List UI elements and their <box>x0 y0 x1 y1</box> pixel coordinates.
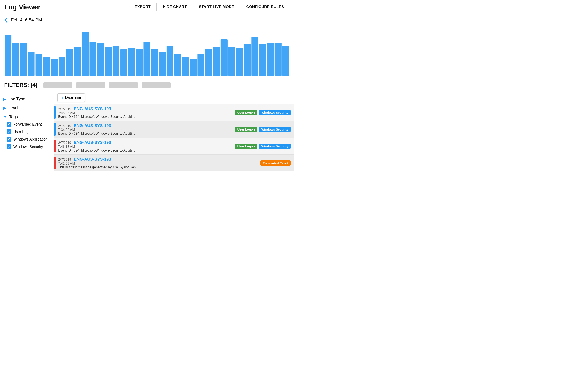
tag-badge-windows-security: Windows Security <box>259 127 291 132</box>
export-button[interactable]: EXPORT <box>129 3 157 11</box>
sidebar-tags-header[interactable]: ▼ Tags <box>3 112 54 121</box>
row-content: 2/7/2019 ENG-AUS-SYS-193 7:48:23 AM Even… <box>58 106 232 119</box>
row-indicator <box>54 157 56 169</box>
tag-badge-windows-security: Windows Security <box>259 110 291 115</box>
row-host: ENG-AUS-SYS-193 <box>74 123 111 128</box>
row-time: 7:42:09 AM <box>58 162 258 165</box>
svg-rect-19 <box>151 49 158 76</box>
svg-rect-26 <box>205 49 212 76</box>
svg-rect-1 <box>12 43 19 76</box>
configure-rules-button[interactable]: CONFIGURE RULES <box>240 3 290 11</box>
row-date: 2/7/2019 <box>58 107 71 111</box>
row-tags: Forwarded Event <box>260 160 291 166</box>
tags-arrow-icon: ▼ <box>3 115 7 119</box>
svg-rect-30 <box>236 48 243 76</box>
tag-badge-user-logon: User Logon <box>235 110 257 115</box>
row-indicator <box>54 140 56 152</box>
table-row[interactable]: 2/7/2019 ENG-AUS-SYS-193 7:48:23 AM Even… <box>54 104 294 121</box>
svg-rect-32 <box>252 37 258 76</box>
row-desc: Event ID 4624, Microsoft-Windows-Securit… <box>58 149 136 152</box>
sidebar-item-log-type[interactable]: ▶ Log Type <box>0 95 54 104</box>
row-date: 2/7/2019 <box>58 124 71 128</box>
windows-application-checkbox[interactable] <box>7 137 11 142</box>
app-title: Log Viewer <box>4 3 41 11</box>
forwarded-event-label: Forwarded Event <box>13 122 42 127</box>
sidebar-tag-windows-application[interactable]: Windows Application <box>5 136 54 143</box>
table-row[interactable]: 2/7/2019 ENG-AUS-SYS-193 7:42:09 AM This… <box>54 155 294 171</box>
row-time: 7:34:09 AM <box>58 128 232 132</box>
log-type-label: Log Type <box>8 97 25 101</box>
bar-chart <box>4 30 290 76</box>
svg-rect-2 <box>20 43 27 76</box>
svg-rect-7 <box>59 57 65 76</box>
svg-rect-35 <box>275 43 282 76</box>
sidebar-tag-windows-security[interactable]: Windows Security <box>5 143 54 150</box>
svg-rect-13 <box>105 47 112 76</box>
svg-rect-34 <box>267 43 274 76</box>
hide-chart-button[interactable]: HIDE CHART <box>157 3 193 11</box>
log-type-arrow-icon: ▶ <box>3 97 6 101</box>
svg-rect-5 <box>43 57 50 76</box>
user-logon-checkbox[interactable] <box>7 129 11 134</box>
filter-pill-4[interactable] <box>142 82 171 88</box>
sidebar: ▶ Log Type ▶ Level ▼ Tags Forwarded Even… <box>0 91 54 171</box>
tag-badge-user-logon: User Logon <box>235 127 257 132</box>
svg-rect-27 <box>213 47 220 76</box>
forwarded-event-checkbox[interactable] <box>7 122 11 127</box>
log-rows: 2/7/2019 ENG-AUS-SYS-193 7:48:23 AM Even… <box>54 104 294 171</box>
svg-rect-12 <box>97 43 104 76</box>
header-actions: EXPORT HIDE CHART START LIVE MODE CONFIG… <box>129 3 290 11</box>
svg-rect-31 <box>244 44 251 76</box>
svg-rect-29 <box>228 47 235 76</box>
svg-rect-11 <box>89 42 96 76</box>
sort-label: DateTime <box>65 95 81 100</box>
chart-container <box>0 26 294 79</box>
row-date: 2/7/2019 <box>58 141 71 145</box>
start-live-mode-button[interactable]: START LIVE MODE <box>193 3 240 11</box>
svg-rect-22 <box>174 54 181 76</box>
sidebar-tag-user-logon[interactable]: User Logon <box>5 128 54 136</box>
svg-rect-16 <box>128 48 135 76</box>
svg-rect-9 <box>74 47 81 76</box>
filter-pill-1[interactable] <box>43 82 72 88</box>
sidebar-item-level[interactable]: ▶ Level <box>0 104 54 112</box>
date-navigation: ❮ Feb 4, 6:54 PM <box>0 14 294 26</box>
date-label: Feb 4, 6:54 PM <box>11 17 42 23</box>
table-row[interactable]: 2/7/2019 ENG-AUS-SYS-193 7:34:09 AM Even… <box>54 121 294 138</box>
row-date: 2/7/2019 <box>58 158 71 161</box>
tag-badge-windows-security: Windows Security <box>259 144 291 149</box>
filters-section: FILTERS: (4) <box>0 79 294 91</box>
row-content: 2/7/2019 ENG-AUS-SYS-193 7:42:09 AM This… <box>58 157 258 169</box>
datetime-sort-button[interactable]: ↓ DateTime <box>57 93 85 102</box>
svg-rect-24 <box>190 59 197 76</box>
row-content: 2/7/2019 ENG-AUS-SYS-193 7:34:09 AM Even… <box>58 123 232 136</box>
svg-rect-33 <box>259 44 266 76</box>
row-desc: Event ID 4624, Microsoft-Windows-Securit… <box>58 132 136 135</box>
tag-badge-user-logon: User Logon <box>235 144 257 149</box>
tag-badge-forwarded-event: Forwarded Event <box>260 160 291 166</box>
svg-rect-23 <box>182 57 189 76</box>
svg-rect-25 <box>197 54 204 76</box>
svg-rect-18 <box>143 42 150 76</box>
row-desc: Event ID 4624, Microsoft-Windows-Securit… <box>58 115 136 118</box>
svg-rect-36 <box>282 46 289 76</box>
svg-rect-10 <box>82 32 88 76</box>
row-indicator <box>54 123 56 136</box>
row-time: 7:46:13 AM <box>58 145 232 149</box>
svg-rect-8 <box>66 49 73 76</box>
filter-pill-2[interactable] <box>76 82 105 88</box>
row-indicator <box>54 106 56 119</box>
sidebar-tags-section: ▼ Tags Forwarded Event User Logon Window… <box>0 112 54 150</box>
date-prev-button[interactable]: ❮ <box>4 17 8 23</box>
svg-rect-15 <box>120 49 127 76</box>
filter-pill-3[interactable] <box>109 82 138 88</box>
table-row[interactable]: 2/7/2019 ENG-AUS-SYS-193 7:46:13 AM Even… <box>54 138 294 155</box>
tags-label: Tags <box>9 115 18 119</box>
row-tags: User Logon Windows Security <box>235 110 291 115</box>
windows-security-checkbox[interactable] <box>7 145 11 149</box>
row-tags: User Logon Windows Security <box>235 144 291 149</box>
sidebar-tag-forwarded-event[interactable]: Forwarded Event <box>5 121 54 128</box>
row-host: ENG-AUS-SYS-193 <box>74 140 111 145</box>
windows-application-label: Windows Application <box>13 137 48 142</box>
row-host: ENG-AUS-SYS-193 <box>74 106 111 111</box>
